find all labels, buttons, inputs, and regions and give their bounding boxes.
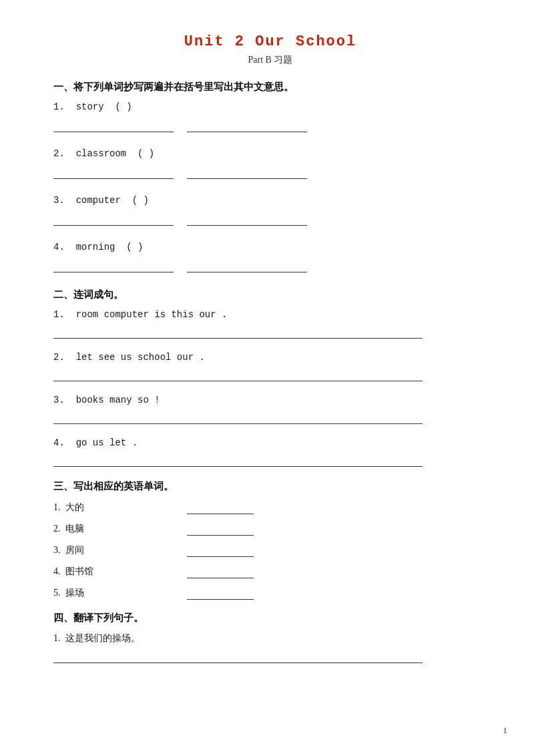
vocab-chinese-2: 2. 电脑 bbox=[53, 523, 187, 535]
vocab-write-item-2: 2. 电脑 bbox=[53, 522, 487, 536]
sentence-words-1: 1. room computer is this our . bbox=[53, 309, 487, 320]
vocab-item-1: 1. story ( ) bbox=[53, 102, 487, 132]
vocab-item-3: 3. computer ( ) bbox=[53, 195, 487, 226]
vocab-word-3: 3. computer ( ) bbox=[53, 195, 487, 206]
sentence-answer-1[interactable] bbox=[53, 325, 423, 339]
section3-header: 三、写出相应的英语单词。 bbox=[53, 480, 487, 493]
sentence-words-3: 3. books many so ! bbox=[53, 395, 487, 405]
sentence-words-2: 2. let see us school our . bbox=[53, 352, 487, 363]
sentence-item-2: 2. let see us school our . bbox=[53, 352, 487, 381]
sentence-words-4: 4. go us let . bbox=[53, 437, 487, 448]
vocab-blank-2[interactable] bbox=[187, 522, 254, 536]
page-number: 1 bbox=[503, 725, 508, 736]
vocab-write-item-1: 1. 大的 bbox=[53, 501, 487, 514]
section2-header: 二、连词成句。 bbox=[53, 289, 487, 301]
vocab-word-4: 4. morning ( ) bbox=[53, 242, 487, 252]
vocab-write-line-1b[interactable] bbox=[187, 119, 307, 132]
sentence-answer-3[interactable] bbox=[53, 411, 423, 424]
sentence-item-1: 1. room computer is this our . bbox=[53, 309, 487, 339]
vocab-write-line-3b[interactable] bbox=[187, 212, 307, 226]
translate-item-1: 1. 这是我们的操场。 bbox=[53, 632, 487, 663]
vocab-write-item-3: 3. 房间 bbox=[53, 544, 487, 557]
vocab-chinese-1: 1. 大的 bbox=[53, 502, 187, 514]
sentence-item-3: 3. books many so ! bbox=[53, 395, 487, 424]
vocab-write-item-5: 5. 操场 bbox=[53, 586, 487, 600]
vocab-item-2: 2. classroom ( ) bbox=[53, 148, 487, 179]
vocab-chinese-3: 3. 房间 bbox=[53, 544, 187, 556]
vocab-write-lines-3 bbox=[53, 212, 487, 226]
vocab-write-item-4: 4. 图书馆 bbox=[53, 565, 487, 578]
vocab-write-line-2a[interactable] bbox=[53, 166, 174, 179]
translate-answer-1[interactable] bbox=[53, 650, 423, 663]
section4-header: 四、翻译下列句子。 bbox=[53, 612, 487, 624]
vocab-write-line-3a[interactable] bbox=[53, 212, 174, 226]
vocab-write-line-1a[interactable] bbox=[53, 119, 174, 132]
vocab-write-line-4b[interactable] bbox=[187, 259, 307, 272]
title-main: Unit 2 Our School bbox=[53, 33, 487, 50]
vocab-word-2: 2. classroom ( ) bbox=[53, 148, 487, 159]
sentence-answer-4[interactable] bbox=[53, 453, 423, 467]
section1-header: 一、将下列单词抄写两遍并在括号里写出其中文意思。 bbox=[53, 81, 487, 93]
vocab-blank-3[interactable] bbox=[187, 544, 254, 557]
sentence-answer-2[interactable] bbox=[53, 368, 423, 381]
page: Unit 2 Our School Part B 习题 一、将下列单词抄写两遍并… bbox=[0, 0, 534, 756]
vocab-blank-4[interactable] bbox=[187, 565, 254, 578]
vocab-write-line-4a[interactable] bbox=[53, 259, 174, 272]
vocab-write-lines-4 bbox=[53, 259, 487, 272]
sentence-item-4: 4. go us let . bbox=[53, 437, 487, 467]
vocab-word-1: 1. story ( ) bbox=[53, 102, 487, 112]
vocab-chinese-4: 4. 图书馆 bbox=[53, 566, 187, 578]
vocab-write-section: 1. 大的 2. 电脑 3. 房间 bbox=[53, 501, 487, 600]
vocab-write-lines-2 bbox=[53, 166, 487, 179]
vocab-write-lines-1 bbox=[53, 119, 487, 132]
vocab-blank-5[interactable] bbox=[187, 586, 254, 600]
title-sub: Part B 习题 bbox=[53, 54, 487, 66]
vocab-write-line-2b[interactable] bbox=[187, 166, 307, 179]
vocab-chinese-5: 5. 操场 bbox=[53, 587, 187, 599]
translate-cn-1: 1. 这是我们的操场。 bbox=[53, 632, 487, 644]
vocab-blank-1[interactable] bbox=[187, 501, 254, 514]
vocab-item-4: 4. morning ( ) bbox=[53, 242, 487, 272]
